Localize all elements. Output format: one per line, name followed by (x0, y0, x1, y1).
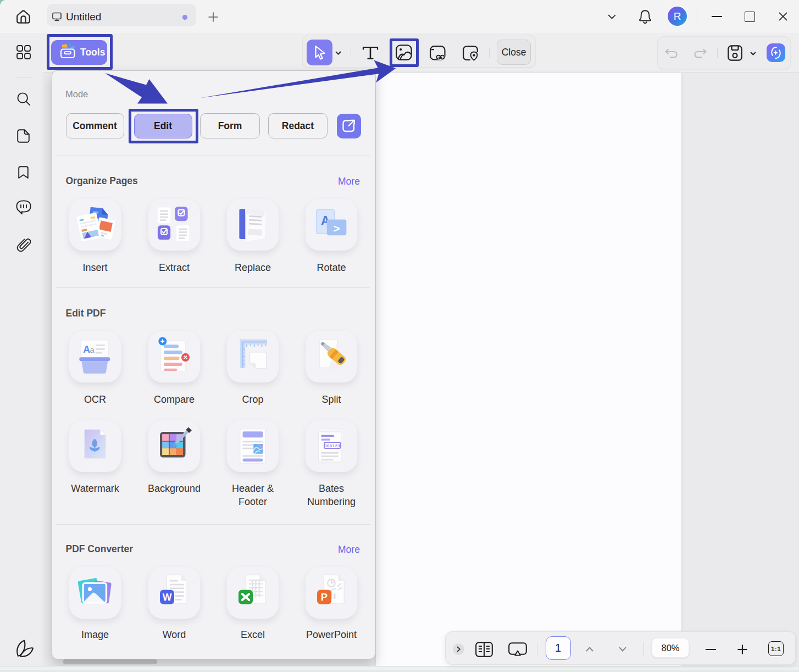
svg-text:W: W (163, 592, 172, 603)
svg-text:A: A (83, 344, 90, 355)
svg-text:>: > (334, 222, 340, 235)
svg-text:P: P (321, 591, 328, 603)
svg-text:000123: 000123 (324, 443, 340, 448)
svg-text:a: a (90, 345, 95, 354)
